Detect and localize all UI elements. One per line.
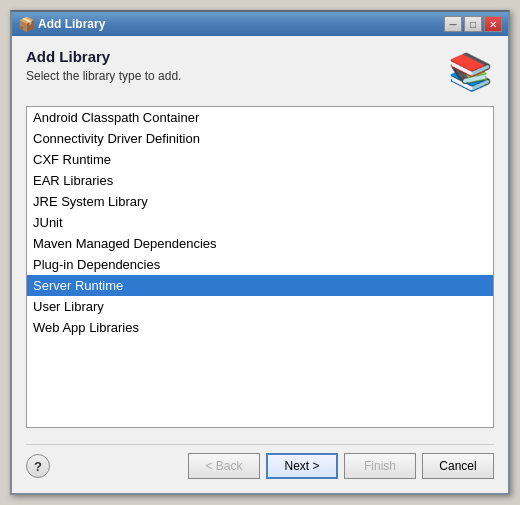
list-item[interactable]: Connectivity Driver Definition (27, 128, 493, 149)
list-item[interactable]: JRE System Library (27, 191, 493, 212)
cancel-button[interactable]: Cancel (422, 453, 494, 479)
help-button[interactable]: ? (26, 454, 50, 478)
add-library-dialog: 📦 Add Library ─ □ ✕ Add Library Select t… (10, 10, 510, 495)
window-controls: ─ □ ✕ (444, 16, 502, 32)
window-title: Add Library (38, 17, 440, 31)
list-item[interactable]: JUnit (27, 212, 493, 233)
library-list[interactable]: Android Classpath ContainerConnectivity … (26, 106, 494, 428)
dialog-header: Add Library Select the library type to a… (26, 48, 494, 96)
list-item[interactable]: User Library (27, 296, 493, 317)
list-item[interactable]: Web App Libraries (27, 317, 493, 338)
list-item[interactable]: Maven Managed Dependencies (27, 233, 493, 254)
close-button[interactable]: ✕ (484, 16, 502, 32)
list-item[interactable]: CXF Runtime (27, 149, 493, 170)
finish-button[interactable]: Finish (344, 453, 416, 479)
button-row: ? < Back Next > Finish Cancel (26, 444, 494, 483)
dialog-content: Add Library Select the library type to a… (12, 36, 508, 493)
list-item[interactable]: Android Classpath Container (27, 107, 493, 128)
dialog-icon: 📚 (446, 48, 494, 96)
header-text-section: Add Library Select the library type to a… (26, 48, 446, 83)
list-item[interactable]: Plug-in Dependencies (27, 254, 493, 275)
next-button[interactable]: Next > (266, 453, 338, 479)
dialog-subtitle: Select the library type to add. (26, 69, 446, 83)
back-button[interactable]: < Back (188, 453, 260, 479)
maximize-button[interactable]: □ (464, 16, 482, 32)
window-icon: 📦 (18, 16, 34, 32)
list-item[interactable]: EAR Libraries (27, 170, 493, 191)
minimize-button[interactable]: ─ (444, 16, 462, 32)
title-bar: 📦 Add Library ─ □ ✕ (12, 12, 508, 36)
list-item[interactable]: Server Runtime (27, 275, 493, 296)
dialog-title: Add Library (26, 48, 446, 65)
